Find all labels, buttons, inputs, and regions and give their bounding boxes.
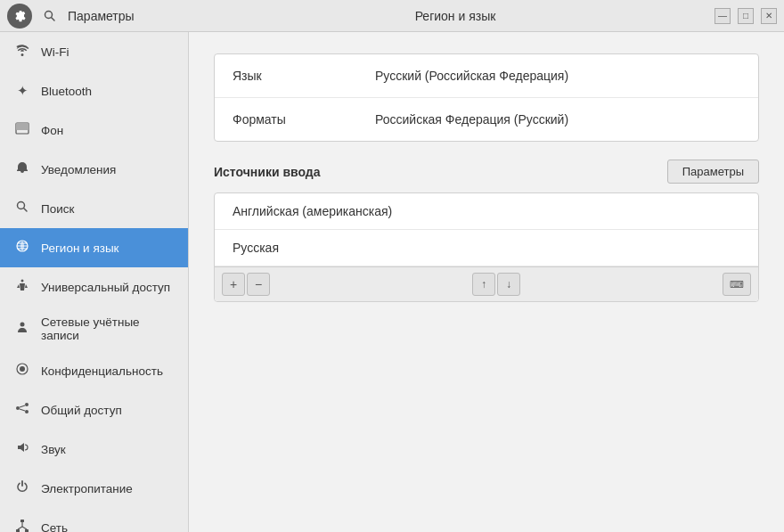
titlebar: Параметры Регион и язык — □ ✕ [0, 0, 784, 32]
params-button[interactable]: Параметры [667, 160, 759, 184]
input-sources-header: Источники ввода Параметры [214, 160, 759, 184]
language-value: Русский (Российская Федерация) [375, 69, 568, 83]
svg-line-17 [20, 405, 25, 407]
svg-rect-19 [20, 520, 24, 522]
input-sources-list: Английская (американская) Русская + − ↑ … [214, 192, 759, 302]
svg-line-24 [22, 527, 27, 529]
content-area: Язык Русский (Российская Федерация) Форм… [189, 32, 784, 532]
move-up-button[interactable]: ↑ [472, 273, 495, 296]
sidebar-label-sound: Звук [41, 443, 66, 456]
sidebar-label-accessibility: Универсальный доступ [41, 281, 170, 294]
sidebar-item-search[interactable]: Поиск [0, 189, 188, 228]
main-layout: Wi-Fi ✦ Bluetooth Фон Уведомления [0, 32, 784, 532]
sidebar-label-wifi: Wi-Fi [41, 45, 69, 59]
sidebar-label-notifications: Уведомления [41, 163, 116, 176]
sidebar-item-sound[interactable]: Звук [0, 430, 188, 469]
maximize-button[interactable]: □ [738, 8, 754, 24]
sidebar-item-bluetooth[interactable]: ✦ Bluetooth [0, 71, 188, 110]
sidebar-item-wifi[interactable]: Wi-Fi [0, 32, 188, 71]
svg-point-15 [25, 403, 29, 406]
sidebar-label-power: Электропитание [41, 482, 133, 495]
search-sidebar-icon [14, 200, 30, 217]
svg-line-1 [52, 17, 54, 20]
sidebar-item-accessibility[interactable]: Универсальный доступ [0, 267, 188, 307]
keyboard-settings-button[interactable]: ⌨ [723, 273, 751, 296]
accounts-icon [14, 320, 30, 338]
sidebar-label-bluetooth: Bluetooth [41, 85, 92, 98]
sidebar-label-search: Поиск [41, 202, 74, 216]
search-icon-btn[interactable] [37, 4, 62, 29]
sharing-icon [14, 401, 30, 419]
svg-line-5 [24, 209, 27, 211]
gear-icon-btn[interactable] [7, 4, 32, 29]
remove-input-button[interactable]: − [247, 273, 270, 296]
keyboard-icon: ⌨ [730, 279, 744, 291]
sidebar-item-accounts[interactable]: Сетевые учётные записи [0, 307, 188, 351]
network-icon [14, 519, 30, 532]
move-down-button[interactable]: ↓ [497, 273, 520, 296]
formats-label: Форматы [233, 112, 375, 127]
titlebar-controls: — □ ✕ [715, 8, 777, 24]
language-label: Язык [233, 69, 375, 83]
sound-icon [14, 440, 30, 458]
notifications-icon [14, 160, 30, 178]
svg-point-10 [21, 280, 24, 282]
sidebar: Wi-Fi ✦ Bluetooth Фон Уведомления [0, 32, 189, 532]
sidebar-item-background[interactable]: Фон [0, 110, 188, 150]
sidebar-label-sharing: Общий доступ [41, 404, 122, 417]
list-item[interactable]: Русская [215, 230, 758, 266]
formats-row: Форматы Российская Федерация (Русский) [215, 98, 758, 141]
add-input-button[interactable]: + [222, 273, 245, 296]
sidebar-item-network[interactable]: Сеть [0, 508, 188, 532]
svg-point-14 [16, 406, 20, 410]
sidebar-item-sharing[interactable]: Общий доступ [0, 390, 188, 430]
privacy-icon [14, 362, 30, 380]
power-icon [14, 479, 30, 497]
titlebar-left: Параметры [7, 4, 196, 29]
sidebar-label-privacy: Конфиденциальность [41, 364, 163, 378]
sidebar-item-power[interactable]: Электропитание [0, 469, 188, 508]
formats-value: Российская Федерация (Русский) [375, 112, 568, 127]
background-icon [14, 121, 30, 139]
titlebar-window-title: Регион и язык [196, 9, 715, 23]
svg-line-23 [18, 527, 22, 529]
close-button[interactable]: ✕ [761, 8, 777, 24]
language-row: Язык Русский (Российская Федерация) [215, 54, 758, 98]
svg-rect-3 [16, 123, 29, 130]
svg-point-13 [20, 366, 25, 372]
input-sources-title: Источники ввода [214, 165, 321, 179]
sidebar-item-notifications[interactable]: Уведомления [0, 150, 188, 189]
sidebar-item-privacy[interactable]: Конфиденциальность [0, 351, 188, 390]
titlebar-app-title: Параметры [68, 9, 135, 23]
sidebar-label-region: Регион и язык [41, 241, 119, 255]
bluetooth-icon: ✦ [14, 83, 30, 99]
language-settings-card: Язык Русский (Российская Федерация) Форм… [214, 53, 759, 142]
accessibility-icon [14, 278, 30, 296]
svg-point-16 [25, 410, 29, 413]
input-list-toolbar: + − ↑ ↓ ⌨ [215, 266, 758, 301]
sidebar-label-background: Фон [41, 124, 63, 137]
svg-point-11 [20, 323, 25, 327]
minimize-button[interactable]: — [715, 8, 731, 24]
sidebar-label-network: Сеть [41, 521, 68, 533]
list-item[interactable]: Английская (американская) [215, 193, 758, 230]
region-icon [14, 239, 30, 257]
sidebar-item-region[interactable]: Регион и язык [0, 228, 188, 267]
wifi-icon [14, 43, 30, 61]
sidebar-label-accounts: Сетевые учётные записи [41, 315, 174, 342]
svg-line-18 [20, 409, 25, 411]
